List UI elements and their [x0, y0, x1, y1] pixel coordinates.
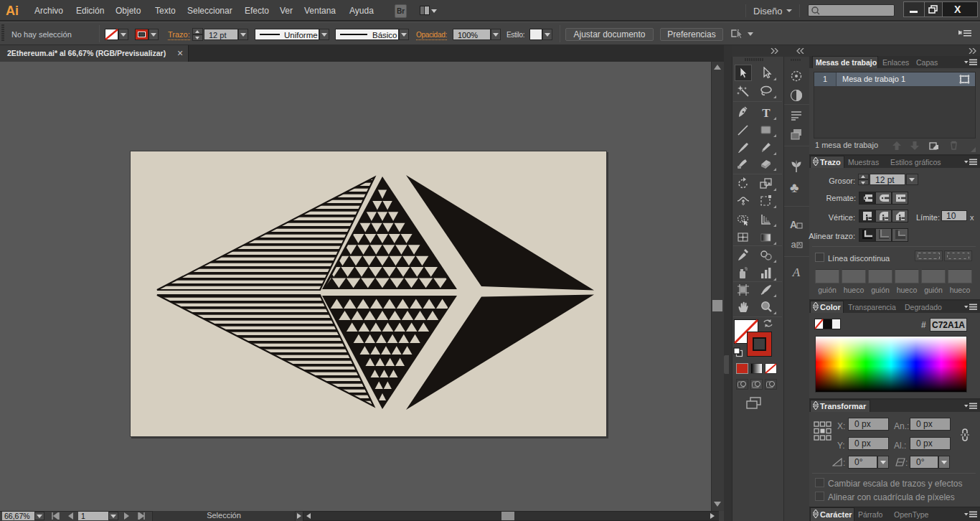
svg-text:a: a: [791, 239, 796, 250]
svg-text:T: T: [762, 106, 771, 119]
svg-text:A: A: [792, 266, 801, 279]
